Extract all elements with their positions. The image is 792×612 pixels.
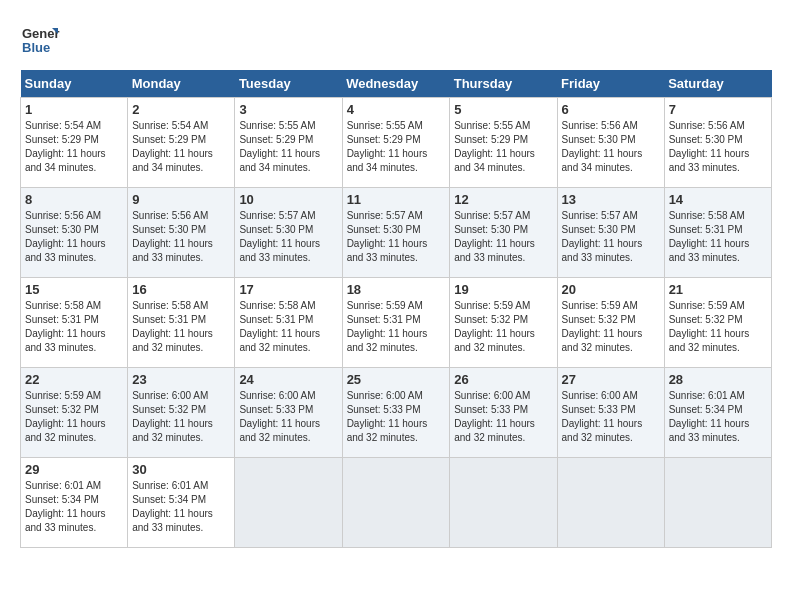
logo-icon: General Blue (20, 20, 60, 60)
week-row-2: 8 Sunrise: 5:56 AMSunset: 5:30 PMDayligh… (21, 188, 772, 278)
day-cell-4: 4 Sunrise: 5:55 AMSunset: 5:29 PMDayligh… (342, 98, 450, 188)
week-row-4: 22 Sunrise: 5:59 AMSunset: 5:32 PMDaylig… (21, 368, 772, 458)
day-cell-25: 25 Sunrise: 6:00 AMSunset: 5:33 PMDaylig… (342, 368, 450, 458)
header-sunday: Sunday (21, 70, 128, 98)
day-cell-11: 11 Sunrise: 5:57 AMSunset: 5:30 PMDaylig… (342, 188, 450, 278)
day-cell-10: 10 Sunrise: 5:57 AMSunset: 5:30 PMDaylig… (235, 188, 342, 278)
day-cell-2: 2 Sunrise: 5:54 AMSunset: 5:29 PMDayligh… (128, 98, 235, 188)
day-cell-23: 23 Sunrise: 6:00 AMSunset: 5:32 PMDaylig… (128, 368, 235, 458)
page-header: General Blue (20, 20, 772, 60)
empty-cell-4 (557, 458, 664, 548)
logo: General Blue (20, 20, 64, 60)
calendar-header-row: Sunday Monday Tuesday Wednesday Thursday… (21, 70, 772, 98)
day-cell-30: 30 Sunrise: 6:01 AMSunset: 5:34 PMDaylig… (128, 458, 235, 548)
week-row-5: 29 Sunrise: 6:01 AMSunset: 5:34 PMDaylig… (21, 458, 772, 548)
day-cell-24: 24 Sunrise: 6:00 AMSunset: 5:33 PMDaylig… (235, 368, 342, 458)
empty-cell-3 (450, 458, 557, 548)
svg-text:Blue: Blue (22, 40, 50, 55)
header-thursday: Thursday (450, 70, 557, 98)
week-row-1: 1 Sunrise: 5:54 AMSunset: 5:29 PMDayligh… (21, 98, 772, 188)
day-cell-9: 9 Sunrise: 5:56 AMSunset: 5:30 PMDayligh… (128, 188, 235, 278)
empty-cell-1 (235, 458, 342, 548)
day-cell-18: 18 Sunrise: 5:59 AMSunset: 5:31 PMDaylig… (342, 278, 450, 368)
week-row-3: 15 Sunrise: 5:58 AMSunset: 5:31 PMDaylig… (21, 278, 772, 368)
day-cell-5: 5 Sunrise: 5:55 AMSunset: 5:29 PMDayligh… (450, 98, 557, 188)
day-cell-20: 20 Sunrise: 5:59 AMSunset: 5:32 PMDaylig… (557, 278, 664, 368)
day-cell-14: 14 Sunrise: 5:58 AMSunset: 5:31 PMDaylig… (664, 188, 771, 278)
day-cell-26: 26 Sunrise: 6:00 AMSunset: 5:33 PMDaylig… (450, 368, 557, 458)
day-cell-8: 8 Sunrise: 5:56 AMSunset: 5:30 PMDayligh… (21, 188, 128, 278)
day-cell-6: 6 Sunrise: 5:56 AMSunset: 5:30 PMDayligh… (557, 98, 664, 188)
day-cell-21: 21 Sunrise: 5:59 AMSunset: 5:32 PMDaylig… (664, 278, 771, 368)
header-tuesday: Tuesday (235, 70, 342, 98)
empty-cell-5 (664, 458, 771, 548)
header-wednesday: Wednesday (342, 70, 450, 98)
calendar-table: Sunday Monday Tuesday Wednesday Thursday… (20, 70, 772, 548)
day-cell-12: 12 Sunrise: 5:57 AMSunset: 5:30 PMDaylig… (450, 188, 557, 278)
day-cell-27: 27 Sunrise: 6:00 AMSunset: 5:33 PMDaylig… (557, 368, 664, 458)
day-cell-3: 3 Sunrise: 5:55 AMSunset: 5:29 PMDayligh… (235, 98, 342, 188)
header-friday: Friday (557, 70, 664, 98)
day-cell-15: 15 Sunrise: 5:58 AMSunset: 5:31 PMDaylig… (21, 278, 128, 368)
day-cell-13: 13 Sunrise: 5:57 AMSunset: 5:30 PMDaylig… (557, 188, 664, 278)
day-cell-28: 28 Sunrise: 6:01 AMSunset: 5:34 PMDaylig… (664, 368, 771, 458)
day-cell-17: 17 Sunrise: 5:58 AMSunset: 5:31 PMDaylig… (235, 278, 342, 368)
header-monday: Monday (128, 70, 235, 98)
day-cell-29: 29 Sunrise: 6:01 AMSunset: 5:34 PMDaylig… (21, 458, 128, 548)
empty-cell-2 (342, 458, 450, 548)
day-cell-16: 16 Sunrise: 5:58 AMSunset: 5:31 PMDaylig… (128, 278, 235, 368)
day-cell-7: 7 Sunrise: 5:56 AMSunset: 5:30 PMDayligh… (664, 98, 771, 188)
header-saturday: Saturday (664, 70, 771, 98)
day-cell-22: 22 Sunrise: 5:59 AMSunset: 5:32 PMDaylig… (21, 368, 128, 458)
day-cell-19: 19 Sunrise: 5:59 AMSunset: 5:32 PMDaylig… (450, 278, 557, 368)
day-cell-1: 1 Sunrise: 5:54 AMSunset: 5:29 PMDayligh… (21, 98, 128, 188)
